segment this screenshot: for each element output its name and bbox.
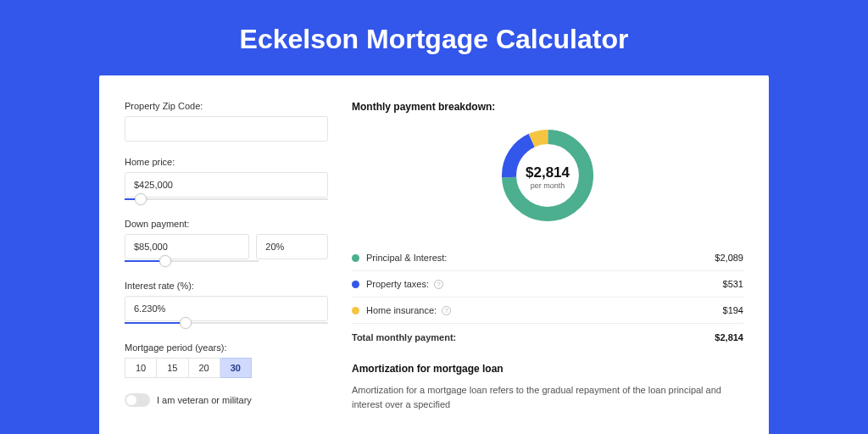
home-price-label: Home price: — [125, 157, 328, 167]
toggle-knob — [126, 395, 136, 405]
donut-chart: $2,814 per month — [352, 125, 743, 230]
down-payment-label: Down payment: — [125, 219, 328, 229]
legend-dot-yellow — [352, 307, 359, 314]
interest-rate-group: Interest rate (%): — [125, 281, 328, 327]
down-payment-input[interactable] — [125, 234, 249, 259]
row-label: Property taxes: — [366, 279, 429, 289]
interest-rate-label: Interest rate (%): — [125, 281, 328, 291]
period-btn-15[interactable]: 15 — [157, 358, 188, 378]
donut-amount: $2,814 — [526, 164, 570, 181]
home-price-group: Home price: — [125, 157, 328, 203]
breakdown-title: Monthly payment breakdown: — [352, 101, 743, 113]
interest-rate-input[interactable] — [125, 296, 328, 321]
row-principal-interest: Principal & Interest: $2,089 — [352, 245, 743, 271]
period-btn-20[interactable]: 20 — [189, 358, 220, 378]
down-payment-group: Down payment: — [125, 219, 328, 265]
total-value: $2,814 — [715, 332, 743, 342]
legend-dot-green — [352, 254, 359, 262]
breakdown-panel: Monthly payment breakdown: $2,814 per mo… — [352, 101, 743, 411]
row-value: $2,089 — [715, 253, 743, 263]
row-total: Total monthly payment: $2,814 — [352, 324, 743, 356]
down-payment-slider[interactable] — [125, 259, 328, 265]
info-icon[interactable]: ? — [442, 306, 451, 315]
home-price-input[interactable] — [125, 172, 328, 198]
row-property-taxes: Property taxes: ? $531 — [352, 271, 743, 298]
period-btn-30[interactable]: 30 — [220, 358, 252, 378]
donut-center: $2,814 per month — [526, 164, 570, 190]
veteran-label: I am veteran or military — [157, 395, 252, 405]
amortization-title: Amortization for mortgage loan — [352, 363, 743, 375]
veteran-toggle-row: I am veteran or military — [125, 393, 328, 407]
slider-thumb[interactable] — [159, 255, 171, 267]
zip-label: Property Zip Code: — [125, 101, 328, 111]
donut-sub: per month — [526, 181, 570, 190]
home-price-slider[interactable] — [125, 197, 328, 203]
down-payment-pct-input[interactable] — [256, 234, 328, 259]
slider-thumb[interactable] — [135, 193, 147, 205]
form-panel: Property Zip Code: Home price: Down paym… — [125, 101, 328, 411]
zip-field-group: Property Zip Code: — [125, 101, 328, 142]
amortization-text: Amortization for a mortgage loan refers … — [352, 383, 743, 411]
row-value: $531 — [723, 279, 743, 289]
row-home-insurance: Home insurance: ? $194 — [352, 298, 743, 324]
row-label: Home insurance: — [366, 305, 437, 315]
slider-thumb[interactable] — [180, 317, 192, 329]
legend-dot-blue — [352, 281, 359, 288]
interest-rate-slider[interactable] — [125, 320, 328, 327]
total-label: Total monthly payment: — [352, 332, 456, 342]
zip-input[interactable] — [125, 116, 328, 142]
page-title: Eckelson Mortgage Calculator — [0, 0, 868, 75]
period-buttons: 10 15 20 30 — [125, 358, 328, 378]
period-btn-10[interactable]: 10 — [125, 358, 157, 378]
calculator-card: Property Zip Code: Home price: Down paym… — [99, 75, 769, 434]
period-label: Mortgage period (years): — [125, 342, 328, 353]
row-label: Principal & Interest: — [366, 253, 447, 263]
veteran-toggle[interactable] — [125, 393, 150, 407]
info-icon[interactable]: ? — [434, 280, 443, 289]
row-value: $194 — [723, 305, 743, 315]
period-group: Mortgage period (years): 10 15 20 30 — [125, 342, 328, 378]
